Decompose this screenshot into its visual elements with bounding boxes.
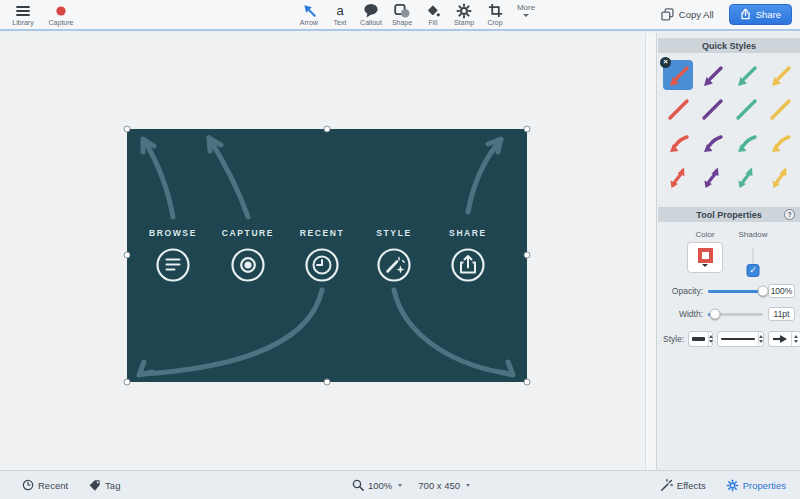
snagit-editor-window: Library Capture Arrow a Text (0, 0, 800, 499)
copy-all-button[interactable]: Copy All (661, 8, 714, 21)
chevron-down-icon (466, 484, 470, 487)
quick-style-yellow-line[interactable] (765, 94, 795, 124)
workspace: BROWSE CAPTURE RECENT STYLE SHARE Quick … (0, 33, 800, 470)
stepper-icon (758, 332, 763, 346)
chevron-down-icon (702, 264, 708, 267)
library-button[interactable]: Library (10, 3, 36, 26)
quick-styles-grid: × (658, 53, 800, 202)
library-icon (16, 3, 30, 18)
arrow-end-style-select[interactable] (768, 331, 800, 347)
canvas-scrollbar[interactable] (645, 33, 657, 470)
opacity-label: Opacity: (663, 286, 703, 296)
selection-handle-e[interactable] (524, 252, 531, 259)
selection-handle-nw[interactable] (124, 126, 131, 133)
tool-label: Callout (360, 19, 382, 26)
selection-handle-se[interactable] (524, 379, 531, 386)
share-button[interactable]: Share (729, 4, 792, 25)
width-label: Width: (663, 309, 703, 319)
recent-button[interactable]: Recent (22, 479, 68, 491)
properties-label: Properties (743, 480, 786, 491)
capture-label: Capture (49, 19, 74, 26)
selection-handle-sw[interactable] (124, 379, 131, 386)
shadow-picker-button[interactable]: ✓ (735, 242, 771, 273)
quick-style-yellow-solid-arrow[interactable] (765, 60, 795, 90)
tool-label: Shape (392, 19, 412, 26)
magnifier-icon (352, 479, 364, 491)
shadow-checkbox[interactable]: ✓ (747, 264, 760, 277)
tool-crop-button[interactable]: Crop (482, 3, 508, 26)
quick-style-purple-bent-arrow[interactable] (697, 128, 727, 158)
selection-handle-n[interactable] (324, 126, 331, 133)
quick-style-teal-bent-arrow[interactable] (731, 128, 761, 158)
quick-style-purple-solid-arrow[interactable] (697, 60, 727, 90)
quick-style-purple-line[interactable] (697, 94, 727, 124)
chevron-down-icon (523, 14, 529, 17)
capture-record-icon (55, 3, 67, 18)
image-dimensions-control[interactable]: 700 x 450 (418, 480, 470, 491)
tool-callout-button[interactable]: Callout (358, 3, 384, 26)
line-dash-style-select[interactable] (688, 331, 713, 347)
crop-tool-icon (488, 3, 503, 18)
share-label: Share (756, 9, 781, 20)
chevron-down-icon (398, 484, 402, 487)
opacity-slider[interactable] (708, 290, 763, 293)
right-sidebar: Quick Styles × (658, 33, 800, 470)
text-tool-icon: a (336, 3, 343, 18)
effects-label: Effects (677, 480, 706, 491)
more-tools-button[interactable]: More (513, 3, 539, 26)
tool-label: Arrow (300, 19, 318, 26)
help-icon[interactable]: ? (784, 209, 795, 220)
selection-handle-w[interactable] (124, 252, 131, 259)
tool-text-button[interactable]: a Text (327, 3, 353, 26)
selection-handle-s[interactable] (324, 379, 331, 386)
quick-style-red-line[interactable] (663, 94, 693, 124)
tool-stamp-button[interactable]: Stamp (451, 3, 477, 26)
top-toolbar: Library Capture Arrow a Text (0, 0, 800, 31)
tool-fill-button[interactable]: Fill (420, 3, 446, 26)
properties-button[interactable]: Properties (726, 479, 786, 492)
tool-label: Stamp (454, 19, 474, 26)
shape-tool-icon (394, 3, 410, 18)
tag-icon (88, 479, 101, 492)
quick-style-purple-double-arrow[interactable] (697, 162, 727, 192)
image-label-share: SHARE (420, 228, 516, 238)
width-value-field[interactable]: 11pt (768, 307, 795, 321)
quick-style-yellow-bent-arrow[interactable] (765, 128, 795, 158)
style-label: Style: (663, 334, 684, 344)
canvas-area[interactable]: BROWSE CAPTURE RECENT STYLE SHARE (0, 33, 645, 470)
quick-style-red-double-arrow[interactable] (663, 162, 693, 192)
current-color-square (698, 248, 713, 263)
opacity-value-field[interactable]: 100% (768, 284, 795, 298)
width-slider-handle[interactable] (709, 309, 720, 320)
tool-properties-title: Tool Properties (696, 210, 761, 220)
tool-properties-header: Tool Properties ? (658, 207, 800, 222)
remove-style-icon[interactable]: × (660, 57, 671, 68)
tool-arrow-button[interactable]: Arrow (296, 3, 322, 26)
color-label: Color (695, 230, 714, 239)
tool-shape-button[interactable]: Shape (389, 3, 415, 26)
quick-style-teal-double-arrow[interactable] (731, 162, 761, 192)
color-swatch-button[interactable] (687, 242, 723, 273)
more-label: More (517, 3, 535, 13)
quick-style-red-solid-arrow[interactable]: × (663, 60, 693, 90)
captured-image[interactable]: BROWSE CAPTURE RECENT STYLE SHARE (127, 129, 527, 382)
line-style-select[interactable] (717, 331, 764, 347)
capture-button[interactable]: Capture (48, 3, 74, 26)
zoom-value: 100% (368, 480, 392, 491)
fill-tool-icon (425, 3, 441, 18)
callout-tool-icon (363, 3, 379, 18)
opacity-slider-handle[interactable] (758, 286, 769, 297)
quick-style-yellow-double-arrow[interactable] (765, 162, 795, 192)
width-slider[interactable] (708, 313, 763, 316)
quick-style-teal-solid-arrow[interactable] (731, 60, 761, 90)
selection-handle-ne[interactable] (524, 126, 531, 133)
quick-style-teal-line[interactable] (731, 94, 761, 124)
quick-style-red-bent-arrow[interactable] (663, 128, 693, 158)
zoom-control[interactable]: 100% (352, 479, 402, 491)
tag-button[interactable]: Tag (88, 479, 120, 492)
recent-label: Recent (38, 480, 68, 491)
stamp-tool-icon (456, 3, 472, 18)
arrow-tool-icon (302, 3, 317, 18)
effects-button[interactable]: Effects (660, 479, 706, 492)
tool-label: Text (334, 19, 347, 26)
